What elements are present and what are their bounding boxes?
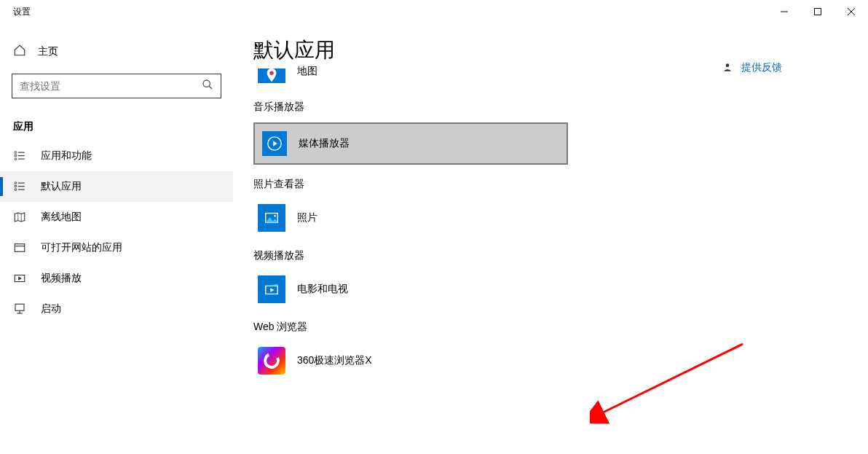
svg-line-5 bbox=[209, 86, 212, 89]
feedback-link[interactable]: 提供反馈 bbox=[722, 61, 782, 74]
app-name-label: 照片 bbox=[297, 211, 317, 224]
sidebar-item-apps-features[interactable]: 应用和功能 bbox=[0, 141, 233, 171]
app-tile-video[interactable]: 电影和电视 bbox=[253, 271, 568, 308]
svg-rect-1 bbox=[815, 9, 821, 15]
sidebar-item-label: 离线地图 bbox=[41, 211, 82, 224]
close-button[interactable] bbox=[835, 0, 868, 23]
360-browser-icon bbox=[258, 347, 285, 375]
group-label-photos: 照片查看器 bbox=[253, 178, 839, 191]
svg-rect-24 bbox=[15, 304, 24, 310]
group-label-web: Web 浏览器 bbox=[253, 321, 839, 334]
svg-rect-7 bbox=[15, 155, 16, 157]
photos-app-icon bbox=[258, 204, 285, 232]
list-icon bbox=[13, 149, 26, 163]
sidebar-item-startup[interactable]: 启动 bbox=[0, 294, 233, 324]
svg-marker-32 bbox=[266, 217, 278, 222]
svg-marker-23 bbox=[19, 277, 22, 281]
sidebar-item-default-apps[interactable]: 默认应用 bbox=[0, 171, 233, 202]
search-input[interactable] bbox=[20, 80, 202, 92]
svg-marker-36 bbox=[270, 288, 275, 292]
startup-icon bbox=[13, 302, 26, 316]
movies-tv-icon bbox=[258, 275, 285, 303]
home-label: 主页 bbox=[38, 45, 58, 58]
person-icon bbox=[722, 62, 733, 74]
svg-rect-12 bbox=[15, 182, 16, 184]
search-box[interactable] bbox=[12, 74, 221, 98]
app-tile-music[interactable]: 媒体播放器 bbox=[253, 122, 568, 165]
sidebar-item-label: 视频播放 bbox=[41, 272, 82, 285]
maximize-button[interactable] bbox=[801, 0, 835, 23]
sidebar: 主页 应用 应用和功能 默认应用 离线地图 bbox=[0, 23, 233, 454]
home-link[interactable]: 主页 bbox=[0, 38, 233, 65]
app-tile-photos[interactable]: 照片 bbox=[253, 200, 568, 236]
video-icon bbox=[13, 272, 26, 285]
app-name-label: 地图 bbox=[297, 65, 317, 78]
app-name-label: 媒体播放器 bbox=[299, 137, 350, 150]
app-tile-web[interactable]: 360极速浏览器X bbox=[253, 343, 568, 379]
sidebar-item-offline-maps[interactable]: 离线地图 bbox=[0, 202, 233, 232]
sidebar-section-label: 应用 bbox=[0, 113, 233, 141]
sidebar-item-website-apps[interactable]: 可打开网站的应用 bbox=[0, 232, 233, 263]
sidebar-item-label: 可打开网站的应用 bbox=[41, 241, 122, 254]
window-title: 设置 bbox=[0, 6, 31, 18]
title-bar: 设置 bbox=[0, 0, 868, 23]
media-player-icon bbox=[262, 131, 287, 156]
sidebar-item-label: 默认应用 bbox=[41, 180, 82, 193]
svg-marker-30 bbox=[273, 141, 277, 146]
svg-rect-14 bbox=[15, 189, 16, 190]
search-icon bbox=[202, 79, 213, 93]
main-content: 默认应用 提供反馈 地图 音乐播放器 媒体播放器 照片查看器 bbox=[233, 23, 868, 454]
group-label-music: 音乐播放器 bbox=[253, 101, 839, 114]
svg-rect-20 bbox=[15, 244, 25, 252]
app-name-label: 电影和电视 bbox=[297, 283, 348, 296]
sidebar-item-label: 应用和功能 bbox=[41, 149, 92, 163]
minimize-button[interactable] bbox=[768, 0, 801, 23]
maps-app-icon bbox=[258, 69, 285, 83]
svg-point-4 bbox=[203, 80, 210, 87]
sidebar-item-label: 启动 bbox=[41, 302, 61, 316]
svg-rect-8 bbox=[15, 158, 16, 160]
svg-rect-6 bbox=[15, 152, 16, 153]
svg-point-28 bbox=[269, 71, 274, 76]
group-label-video: 视频播放器 bbox=[253, 249, 839, 262]
defaults-icon bbox=[13, 180, 26, 193]
feedback-label: 提供反馈 bbox=[741, 61, 782, 74]
app-name-label: 360极速浏览器X bbox=[297, 354, 372, 367]
svg-point-27 bbox=[726, 63, 730, 67]
home-icon bbox=[13, 44, 26, 59]
svg-rect-13 bbox=[15, 186, 16, 187]
svg-point-33 bbox=[274, 215, 276, 217]
sidebar-item-video-playback[interactable]: 视频播放 bbox=[0, 263, 233, 294]
map-icon bbox=[13, 211, 26, 224]
page-title: 默认应用 bbox=[253, 36, 839, 64]
website-icon bbox=[13, 241, 26, 254]
